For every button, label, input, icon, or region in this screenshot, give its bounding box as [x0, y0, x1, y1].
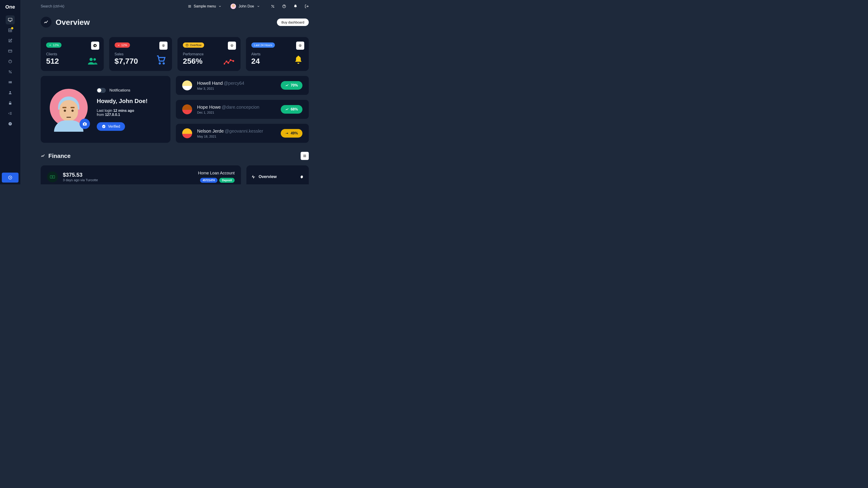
finance-account-name: Home Loan Account [198, 171, 235, 175]
finance-subtext: 3 days ago via Turcotte [63, 178, 98, 182]
notifications-toggle[interactable] [97, 88, 106, 93]
svg-point-8 [11, 72, 11, 73]
buy-dashboard-button[interactable]: Buy dashboard [277, 19, 309, 26]
svg-point-14 [272, 5, 272, 6]
trend-up-icon [285, 84, 289, 87]
card-settings-button[interactable] [159, 41, 167, 50]
sample-menu-dropdown[interactable]: Sample menu [188, 4, 221, 8]
sidebar-item-pricing[interactable] [6, 67, 15, 76]
sidebar: One [0, 0, 20, 184]
svg-point-30 [84, 123, 86, 125]
chevron-down-icon [257, 5, 260, 8]
sidebar-item-tables[interactable] [6, 26, 15, 35]
percent-icon [8, 70, 12, 74]
avatar-camera-button[interactable] [80, 119, 90, 129]
gear-icon [93, 44, 97, 47]
barcode-icon [8, 80, 12, 84]
notifications-button[interactable] [293, 4, 298, 8]
help-button[interactable] [282, 4, 286, 8]
stat-badge: 12% [46, 42, 61, 48]
theme-toggle-button[interactable] [271, 4, 275, 8]
stat-badge: Last 24 Hours [251, 42, 275, 48]
svg-point-7 [9, 70, 10, 71]
user-menu-dropdown[interactable]: John Doe [230, 4, 260, 9]
finance-amount: $375.53 [63, 172, 98, 178]
topbar: Search (ctrl+k) Sample menu John Doe [41, 0, 309, 13]
person-card[interactable]: Nelson Jerde @geovanni.kessler May 18, 2… [176, 124, 309, 143]
sidebar-item-styles[interactable] [6, 57, 15, 66]
person-avatar [182, 104, 192, 114]
menu-icon [303, 154, 307, 158]
svg-text:?: ? [9, 123, 11, 125]
sidebar-item-barcode[interactable] [6, 78, 15, 87]
svg-point-18 [93, 58, 96, 61]
svg-point-13 [8, 176, 12, 180]
svg-point-29 [300, 45, 301, 46]
card-icon [8, 49, 12, 53]
finance-overview-card: Overview [246, 165, 309, 184]
account-number-chip: 45721474 [200, 178, 217, 183]
profile-card: Notifications Howdy, John Doe! Last logi… [41, 76, 170, 143]
table-icon [8, 28, 12, 32]
alert-icon [186, 43, 188, 46]
svg-point-24 [224, 63, 225, 64]
help-circle-icon [282, 4, 286, 8]
svg-point-6 [11, 61, 11, 61]
trend-flat-icon [285, 131, 289, 135]
stat-label: Clients [46, 52, 98, 56]
card-settings-button[interactable] [91, 41, 99, 50]
sidebar-item-login[interactable] [6, 98, 15, 107]
palette-icon [8, 59, 12, 64]
percent-badge: 68% [281, 105, 303, 113]
svg-rect-10 [9, 103, 11, 105]
trend-up-icon [285, 107, 289, 111]
card-settings-button[interactable] [296, 41, 304, 50]
chart-line-icon [224, 59, 234, 65]
svg-rect-31 [50, 175, 55, 178]
verified-button[interactable]: Verified [97, 122, 125, 131]
sidebar-item-profile[interactable] [6, 88, 15, 97]
avatar-large [50, 89, 88, 130]
trend-icon [41, 154, 45, 158]
svg-point-20 [159, 63, 160, 64]
gear-icon[interactable] [300, 175, 304, 179]
sidebar-item-collapse[interactable] [6, 109, 15, 118]
check-badge-icon [102, 125, 106, 129]
svg-point-19 [163, 45, 164, 46]
finance-overview-title: Overview [258, 174, 297, 179]
pulse-icon [251, 175, 255, 179]
sidebar-expand-button[interactable] [2, 173, 19, 183]
person-avatar [182, 128, 192, 138]
sidebar-item-help[interactable]: ? [6, 119, 15, 128]
svg-point-28 [232, 61, 234, 62]
finance-transaction-card: $375.53 3 days ago via Turcotte Home Loa… [41, 165, 241, 184]
menu-icon [188, 4, 191, 8]
bell-icon [293, 4, 298, 8]
sidebar-item-dashboard[interactable] [6, 15, 15, 24]
last-login-info: Last login 12 mins ago from 127.0.0.1 [97, 109, 161, 117]
search-input[interactable]: Search (ctrl+k) [41, 4, 183, 8]
logout-button[interactable] [305, 4, 309, 8]
stat-label: Performance [183, 52, 235, 56]
person-card[interactable]: Howell Hand @percy64 Mar 3, 2021 70% [176, 76, 309, 95]
sidebar-item-forms[interactable] [6, 36, 15, 45]
svg-point-23 [231, 45, 232, 46]
sidebar-item-ui[interactable] [6, 46, 15, 56]
chevron-down-icon [218, 5, 221, 8]
svg-point-25 [226, 61, 227, 62]
cart-icon [156, 55, 166, 65]
svg-point-4 [9, 61, 10, 61]
stat-card-sales: 12% Sales $7,770 [109, 37, 172, 71]
person-card[interactable]: Hope Howe @dare.concepcion Dec 1, 2021 6… [176, 100, 309, 119]
svg-point-5 [10, 60, 10, 61]
gear-icon [162, 44, 165, 47]
stat-badge: Overflow [183, 42, 204, 48]
lock-icon [8, 101, 12, 105]
sample-menu-label: Sample menu [194, 4, 216, 8]
gear-icon [298, 44, 302, 47]
svg-point-15 [273, 7, 274, 7]
finance-menu-button[interactable] [301, 152, 309, 160]
collapse-icon [8, 111, 12, 116]
main-content: Search (ctrl+k) Sample menu John Doe [20, 0, 329, 184]
card-settings-button[interactable] [228, 41, 236, 50]
